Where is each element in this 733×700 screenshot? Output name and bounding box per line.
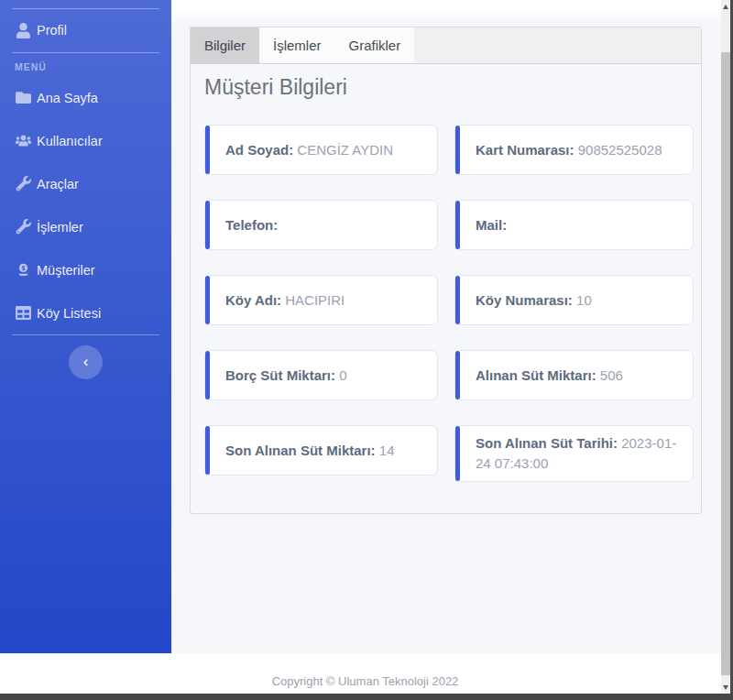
- field-telefon: Telefon:: [204, 200, 438, 250]
- main-content: Bilgiler İşlemler Grafikler Müşteri Bilg…: [171, 0, 721, 653]
- field-value: 506: [600, 367, 623, 383]
- sidebar-item-ana-sayfa[interactable]: Ana Sayfa: [0, 76, 171, 119]
- field-label: Kart Numarası:: [476, 142, 574, 158]
- field-value: CENGİZ AYDIN: [297, 142, 393, 158]
- sidebar: Profil MENÜ Ana Sayfa Kullanıcılar Araçl…: [0, 0, 171, 653]
- tab-grafikler[interactable]: Grafikler: [335, 27, 415, 63]
- field-label: Ad Soyad:: [225, 142, 293, 158]
- copyright-text: Copyright © Uluman Teknoloji 2022: [272, 674, 459, 688]
- sidebar-item-label: İşlemler: [35, 220, 83, 235]
- users-icon: [16, 133, 31, 148]
- top-shade: [171, 8, 721, 25]
- sidebar-item-islemler[interactable]: İşlemler: [0, 205, 171, 248]
- wrench-icon: [16, 176, 31, 191]
- sidebar-divider: [12, 8, 159, 9]
- field-koy-adi: Köy Adı: HACIPIRI: [204, 275, 438, 325]
- window-bottom-edge: [0, 694, 733, 700]
- field-value: 90852525028: [578, 142, 662, 158]
- money-icon: $: [16, 262, 31, 278]
- sidebar-collapse-button[interactable]: ‹: [69, 345, 103, 379]
- field-label: Alınan Süt Miktarı:: [476, 367, 596, 383]
- vertical-scrollbar[interactable]: [721, 0, 730, 694]
- field-value: 0: [339, 367, 346, 383]
- field-ad-soyad: Ad Soyad: CENGİZ AYDIN: [204, 125, 438, 175]
- tab-islemler[interactable]: İşlemler: [259, 27, 335, 63]
- footer: Copyright © Uluman Teknoloji 2022: [0, 653, 730, 694]
- field-kart-numarasi: Kart Numarası: 90852525028: [454, 125, 694, 175]
- field-mail: Mail:: [454, 200, 694, 250]
- sidebar-item-araclar[interactable]: Araçlar: [0, 162, 171, 205]
- field-borc-sut: Borç Süt Miktarı: 0: [204, 350, 438, 400]
- field-label: Köy Adı:: [225, 292, 281, 308]
- folder-icon: [16, 90, 31, 105]
- wrench-icon: [16, 219, 31, 235]
- tab-bilgiler[interactable]: Bilgiler: [191, 27, 259, 63]
- sidebar-item-label: Araçlar: [35, 177, 79, 191]
- customer-detail-card: Bilgiler İşlemler Grafikler Müşteri Bilg…: [190, 27, 702, 514]
- chevron-left-icon: ‹: [83, 354, 89, 369]
- field-son-alinan-tarih: Son Alınan Süt Tarihi: 2023-01-24 07:43:…: [454, 425, 694, 482]
- sidebar-item-musteriler[interactable]: $ Müşteriler: [0, 248, 171, 291]
- scroll-up-icon[interactable]: [721, 0, 730, 13]
- info-grid: Ad Soyad: CENGİZ AYDIN Kart Numarası: 90…: [204, 125, 692, 482]
- sidebar-menu-header: MENÜ: [15, 61, 47, 72]
- field-value: 14: [379, 443, 395, 458]
- field-value: HACIPIRI: [285, 292, 345, 308]
- sidebar-divider: [12, 52, 159, 53]
- sidebar-item-koy-listesi[interactable]: Köy Listesi: [0, 291, 171, 334]
- field-label: Köy Numarası:: [476, 292, 573, 308]
- field-label: Borç Süt Miktarı:: [225, 367, 335, 383]
- field-label: Mail:: [476, 217, 507, 233]
- field-label: Telefon:: [225, 217, 278, 233]
- scroll-down-icon[interactable]: [721, 681, 730, 694]
- scrollbar-thumb[interactable]: [721, 52, 730, 675]
- top-navbar-strip: [171, 0, 721, 8]
- sidebar-item-profil[interactable]: Profil: [0, 11, 171, 49]
- sidebar-item-label: Profil: [35, 23, 67, 38]
- field-son-alinan-sut: Son Alınan Süt Miktarı: 14: [204, 425, 438, 476]
- field-value: 10: [576, 292, 592, 308]
- sidebar-item-label: Ana Sayfa: [35, 91, 98, 105]
- sidebar-item-kullanicilar[interactable]: Kullanıcılar: [0, 119, 171, 162]
- svg-text:$: $: [22, 265, 26, 272]
- field-koy-numarasi: Köy Numarası: 10: [454, 275, 694, 325]
- field-label: Son Alınan Süt Miktarı:: [225, 443, 376, 458]
- field-label: Son Alınan Süt Tarihi:: [476, 435, 618, 451]
- table-icon: [16, 305, 31, 321]
- sidebar-divider: [12, 334, 159, 335]
- sidebar-menu: Ana Sayfa Kullanıcılar Araçlar İşlemler …: [0, 76, 171, 334]
- page-title: Müşteri Bilgileri: [204, 74, 701, 101]
- sidebar-item-label: Kullanıcılar: [35, 134, 103, 148]
- tab-bar: Bilgiler İşlemler Grafikler: [191, 27, 701, 64]
- person-icon: [16, 23, 31, 38]
- field-alinan-sut: Alınan Süt Miktarı: 506: [454, 350, 694, 400]
- sidebar-item-label: Köy Listesi: [35, 306, 101, 321]
- sidebar-item-label: Müşteriler: [35, 263, 95, 278]
